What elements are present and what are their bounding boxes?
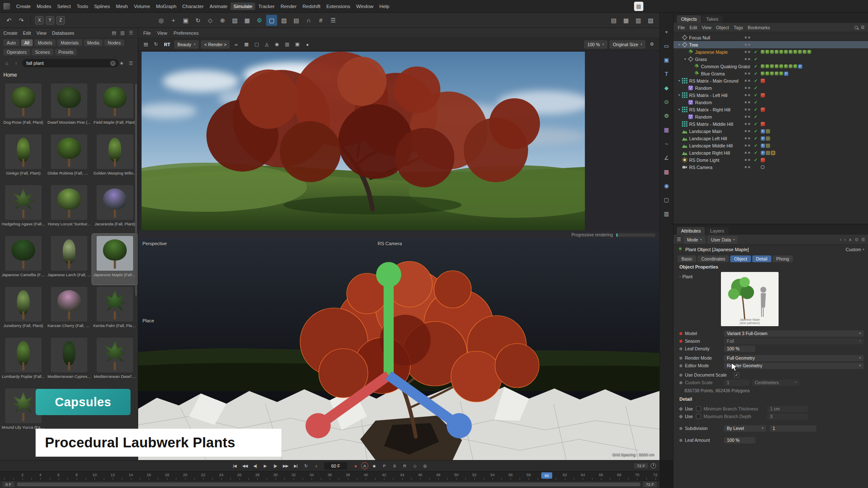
render-visibility-dot[interactable] (748, 72, 750, 75)
axis-toggle-y[interactable]: Y (46, 16, 54, 25)
asset-item[interactable]: Japanese Camellia (Fal... (0, 234, 46, 285)
modeling-settings-icon[interactable]: ☰ (328, 15, 339, 26)
editor-visibility-dot[interactable] (745, 87, 747, 89)
material-chip-icon[interactable] (793, 64, 797, 68)
filter-operators[interactable]: Operators (3, 49, 30, 55)
scale-tool-icon[interactable]: ▣ (180, 15, 191, 26)
render-visibility-dot[interactable] (748, 144, 750, 147)
record-rotation-button[interactable]: R (400, 462, 409, 470)
render-visibility-dot[interactable] (748, 152, 750, 154)
enabled-check-icon[interactable]: ✓ (754, 114, 757, 119)
use-document-scale-checkbox[interactable]: ✓ (734, 372, 739, 377)
undo-icon[interactable]: ↶ (3, 15, 14, 26)
render-visibility-dot[interactable] (748, 108, 750, 111)
visibility-dots[interactable] (745, 36, 750, 39)
enabled-check-icon[interactable]: ✓ (754, 78, 757, 83)
menu-render[interactable]: Render (278, 3, 300, 10)
asset-item[interactable]: Honey Locust 'Sunbur... (46, 183, 92, 234)
assets-menu-edit[interactable]: Edit (23, 30, 31, 36)
object-row[interactable]: Landscape Main✓F (673, 128, 868, 135)
object-row[interactable]: ▾Grass✓ (673, 55, 868, 63)
loop-mode-button[interactable]: ↻ (301, 462, 310, 470)
texture-mode-icon[interactable]: ▨ (278, 15, 289, 26)
zoom-dropdown[interactable]: 100 %▾ (584, 40, 607, 49)
asset-item[interactable]: Kentia Palm (Fall, Plant) (92, 285, 138, 336)
expander-icon[interactable]: ▾ (677, 108, 682, 111)
filter-auto[interactable]: Auto (3, 39, 19, 46)
render-to-picture-viewer-icon[interactable]: ▦ (242, 15, 253, 26)
menu-help[interactable]: Help (376, 3, 392, 10)
clock-icon[interactable] (651, 463, 656, 469)
object-row[interactable]: ▾RS Matrix - Main Ground✓ (673, 77, 868, 84)
snap-icon[interactable]: ∩ (303, 15, 314, 26)
record-scale-button[interactable]: S (390, 462, 399, 470)
editor-visibility-dot[interactable] (745, 123, 747, 125)
enabled-check-icon[interactable]: ✓ (754, 143, 757, 148)
gear-icon[interactable]: ⚙ (662, 111, 671, 120)
keyframe-diamond[interactable] (679, 407, 683, 411)
editor-visibility-dot[interactable] (745, 166, 747, 168)
visibility-dots[interactable] (745, 94, 750, 96)
size-dropdown[interactable]: Original Size▾ (609, 40, 645, 49)
range-start-field[interactable]: 0 F (3, 482, 14, 487)
clay-render-icon[interactable]: ● (303, 40, 312, 49)
mode-dropdown[interactable]: Mode▾ (684, 236, 705, 244)
layout-animate-icon[interactable]: ▦ (620, 15, 632, 26)
layout-standard-icon[interactable]: ▤ (608, 15, 619, 26)
expander-icon[interactable]: ▾ (677, 43, 682, 47)
om-menu-object[interactable]: Object (716, 25, 729, 30)
object-row[interactable]: RS Camera (673, 164, 868, 171)
enabled-check-icon[interactable]: ✓ (754, 150, 757, 155)
asset-item[interactable]: Mediterranean Cypres... (46, 336, 92, 386)
redshift-tag-icon[interactable] (761, 108, 765, 112)
keyframe-dot[interactable] (679, 439, 682, 442)
up-arrow-icon[interactable]: ∧ (849, 237, 851, 242)
asset-item[interactable]: Mediterranean Dwarf ... (92, 336, 138, 386)
render-view-icon[interactable]: ▧ (229, 15, 240, 26)
custom-scale-field[interactable]: 1 (724, 380, 749, 386)
redo-icon[interactable]: ↷ (16, 15, 27, 26)
material-chip-icon[interactable] (793, 50, 797, 54)
tab-layers[interactable]: Layers (706, 227, 728, 235)
menu-volume[interactable]: Volume (131, 3, 153, 10)
grid-overlay-icon[interactable]: ▦ (242, 40, 250, 49)
visibility-dots[interactable] (745, 80, 750, 82)
material-chip-icon[interactable] (803, 50, 807, 54)
object-row[interactable]: ▾RS Matrix - Right Hill✓ (673, 106, 868, 113)
editor-visibility-dot[interactable] (745, 101, 747, 103)
material-chip-icon[interactable] (761, 50, 765, 54)
visibility-dots[interactable] (745, 87, 750, 89)
redshift-tag-icon[interactable] (761, 122, 765, 126)
tab-attributes[interactable]: Attributes (677, 227, 705, 235)
asset-item[interactable]: Kanzan Cherry (Fall, Pl... (46, 285, 92, 336)
menu-splines[interactable]: Splines (91, 3, 113, 10)
asset-item[interactable]: Field Maple (Fall, Plant) (92, 81, 138, 132)
record-button[interactable]: ● (351, 462, 360, 470)
material-chip-icon[interactable] (761, 64, 765, 68)
visibility-dots[interactable] (745, 101, 750, 103)
play-button[interactable]: ▶ (261, 462, 270, 470)
layout-model-icon[interactable]: ▥ (633, 15, 644, 26)
enabled-check-icon[interactable]: ✓ (754, 86, 757, 90)
attr-tab-detail[interactable]: Detail (752, 255, 771, 262)
object-row[interactable]: Common Quaking Grass✓F (673, 63, 868, 70)
enabled-check-icon[interactable]: ✓ (754, 93, 757, 97)
filter-all[interactable]: All (21, 39, 33, 46)
menu-select[interactable]: Select (54, 3, 74, 10)
render-visibility-dot[interactable] (748, 101, 750, 103)
visibility-dots[interactable] (745, 44, 750, 46)
object-row[interactable]: ▾RS Matrix - Left Hill✓ (673, 92, 868, 99)
visibility-dots[interactable] (745, 152, 750, 154)
render-visibility-dot[interactable] (748, 123, 750, 125)
plant-preview-thumbnail[interactable]: Japanese Maple (Acer palmatum) (721, 272, 779, 326)
material-chip-icon[interactable] (789, 50, 793, 54)
render-history-icon[interactable]: ▤ (142, 40, 150, 49)
subdivision-field[interactable]: 1 (770, 425, 816, 432)
material-chip-icon[interactable] (789, 64, 793, 68)
leaf-density-field[interactable]: 100 % (724, 346, 755, 352)
editor-visibility-dot[interactable] (745, 80, 747, 82)
go-to-end-button[interactable]: ▶| (291, 462, 300, 470)
live-selection-icon[interactable]: ◎ (156, 15, 167, 26)
link-icon[interactable]: ∞ (232, 40, 240, 49)
assets-menu-view[interactable]: View (36, 30, 47, 36)
